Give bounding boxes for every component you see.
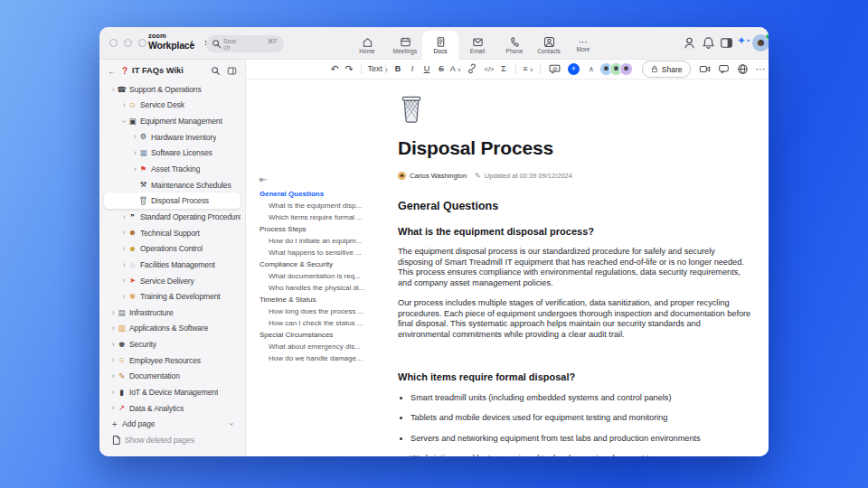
chevron-right-icon[interactable]: ›: [131, 165, 138, 174]
toc-section-title[interactable]: Process Steps: [259, 223, 368, 235]
profile-icon[interactable]: [683, 36, 696, 50]
toc-item[interactable]: How long does the process ...: [259, 305, 368, 317]
text-style-dropdown[interactable]: Text∨: [368, 65, 380, 73]
tab-email[interactable]: Email: [459, 31, 495, 61]
tab-home[interactable]: Home: [349, 31, 385, 61]
sidebar-item-disposal-process[interactable]: Disposal Process: [104, 192, 241, 209]
toc-item[interactable]: Who handles the physical di...: [259, 282, 368, 294]
toc-section-title[interactable]: Compliance & Security: [259, 258, 368, 270]
sidebar-item-support-operations[interactable]: ›☎Support & Operations: [104, 81, 241, 98]
chevron-right-icon[interactable]: ›: [109, 341, 117, 349]
chevron-right-icon[interactable]: ›: [109, 389, 117, 397]
doc-content[interactable]: Disposal Process ☻ Carlos Washington ✎ U…: [398, 94, 752, 456]
toc-item[interactable]: What about emergency dis...: [259, 341, 368, 352]
strikethrough-button[interactable]: S: [436, 65, 448, 73]
undo-icon[interactable]: ↶: [329, 64, 341, 74]
close-window-icon[interactable]: [109, 39, 118, 47]
comment-icon[interactable]: @: [549, 63, 561, 75]
toc-section-title[interactable]: Timeline & Status: [259, 294, 368, 305]
sidebar-search-icon[interactable]: [211, 66, 221, 76]
video-icon[interactable]: [699, 63, 711, 75]
chevron-right-icon[interactable]: ›: [109, 309, 117, 317]
sidebar-item-asset-tracking[interactable]: ›⚑Asset Tracking: [104, 161, 241, 177]
sidebar-item-infrastructure[interactable]: ›▤Infrastructure: [104, 305, 241, 321]
toc-section-title[interactable]: General Questions: [259, 188, 368, 200]
collapse-toolbar-icon[interactable]: ∧: [589, 65, 594, 73]
tab-meetings[interactable]: Meetings: [387, 31, 423, 61]
bold-button[interactable]: B: [392, 65, 404, 73]
collaborator-avatar[interactable]: ☻: [619, 62, 633, 76]
sidebar-item-training-development[interactable]: ›✻Training & Development: [104, 288, 241, 305]
link-icon[interactable]: [467, 63, 478, 75]
tab-contacts[interactable]: Contacts: [531, 31, 567, 61]
chevron-right-icon[interactable]: ›: [120, 261, 127, 269]
sidebar-item-documentation[interactable]: ›✎Documentation: [104, 369, 241, 385]
maximize-window-icon[interactable]: [138, 39, 146, 47]
sidebar-item-applications-software[interactable]: ›▥Applications & Software: [104, 321, 241, 337]
add-page-button[interactable]: + Add page ›: [104, 416, 241, 432]
align-dropdown[interactable]: ≡∨: [523, 65, 534, 73]
toc-item[interactable]: How can I check the status ...: [259, 317, 368, 329]
chevron-right-icon[interactable]: ›: [120, 277, 127, 285]
sidebar-panel-icon[interactable]: [227, 66, 237, 76]
chevron-right-icon[interactable]: ›: [109, 324, 117, 333]
chevron-down-icon[interactable]: ›: [228, 423, 237, 426]
chevron-right-icon[interactable]: ›: [120, 229, 127, 237]
sidebar-item-iot-device-management[interactable]: ›▮IoT & Device Management: [104, 384, 241, 400]
chevron-right-icon[interactable]: ›: [131, 133, 138, 141]
back-icon[interactable]: ←: [108, 66, 117, 76]
globe-icon[interactable]: [737, 63, 749, 75]
panel-toggle-icon[interactable]: [720, 36, 733, 50]
toc-item[interactable]: Which items require formal ...: [259, 211, 368, 223]
sidebar-item-employee-resources[interactable]: ›☺Employee Resources: [104, 352, 241, 369]
chevron-right-icon[interactable]: ›: [109, 356, 117, 364]
global-search-input[interactable]: Search ⌘F: [206, 35, 284, 52]
chevron-down-icon[interactable]: ›: [120, 117, 128, 125]
window-controls[interactable]: [109, 39, 146, 47]
tab-phone[interactable]: Phone: [496, 31, 533, 61]
sidebar-item-service-desk[interactable]: ›☺Service Desk: [104, 98, 241, 114]
italic-button[interactable]: I: [407, 65, 419, 73]
sidebar-item-facilities-management[interactable]: ›⌂Facilities Management: [104, 257, 241, 273]
toc-item[interactable]: How do I initiate an equipm...: [259, 235, 368, 247]
sidebar-item-software-licenses[interactable]: ›▦Software Licenses: [104, 145, 241, 162]
back-arrow-icon[interactable]: ‹: [186, 36, 197, 49]
equation-button[interactable]: Σ: [498, 65, 510, 73]
sidebar-item-maintenance-schedules[interactable]: ⚒Maintenance Schedules: [104, 177, 241, 193]
chevron-right-icon[interactable]: ›: [131, 149, 138, 157]
chevron-right-icon[interactable]: ›: [109, 404, 117, 412]
sidebar-item-equipment-management[interactable]: ›▣Equipment Management: [104, 113, 241, 129]
sidebar-item-operations-control[interactable]: ›☻Operations Control: [104, 240, 241, 257]
tab-more[interactable]: ⋯ More: [565, 31, 601, 61]
chat-icon[interactable]: [718, 63, 730, 75]
sidebar-item-standard-operating-procedures[interactable]: ›❞Standard Operating Procedures: [104, 209, 241, 225]
sidebar-item-technical-support[interactable]: ›☻Technical Support: [104, 225, 241, 241]
chevron-right-icon[interactable]: ›: [120, 213, 127, 221]
chevron-right-icon[interactable]: ›: [120, 245, 127, 253]
toc-item[interactable]: What is the equipment disp...: [259, 200, 368, 211]
bell-icon[interactable]: [702, 36, 715, 50]
collapse-toc-icon[interactable]: ⇤: [259, 174, 368, 188]
underline-button[interactable]: U: [421, 65, 433, 73]
code-button[interactable]: </>: [484, 66, 495, 73]
chevron-right-icon[interactable]: ›: [109, 86, 117, 94]
ai-companion-sparkle-icon[interactable]: ✦✦: [737, 34, 750, 48]
ai-insert-button[interactable]: +: [568, 63, 580, 75]
toc-item[interactable]: What documentation is req...: [259, 270, 368, 282]
tab-docs[interactable]: Docs: [422, 31, 458, 61]
toc-section-title[interactable]: Special Circumstances: [259, 329, 368, 341]
text-color-dropdown[interactable]: A∨: [450, 65, 462, 73]
chevron-right-icon[interactable]: ›: [120, 293, 127, 301]
sidebar-item-security[interactable]: ›♚Security: [104, 336, 241, 352]
minimize-window-icon[interactable]: [124, 39, 132, 47]
share-button[interactable]: Share: [642, 61, 691, 78]
show-deleted-pages-button[interactable]: Show deleted pages: [104, 432, 241, 448]
chevron-right-icon[interactable]: ›: [120, 101, 127, 109]
more-options-icon[interactable]: ⋯: [756, 63, 766, 75]
toc-item[interactable]: How do we handle damage...: [259, 352, 368, 364]
sidebar-item-data-analytics[interactable]: ›↗Data & Analytics: [104, 400, 241, 417]
sidebar-item-service-delivery[interactable]: ›➤Service Delivery: [104, 273, 241, 289]
sidebar-item-hardware-inventory[interactable]: ›⚙Hardware Inventory: [104, 129, 241, 145]
toc-item[interactable]: What happens to sensitive ...: [259, 247, 368, 258]
chevron-right-icon[interactable]: ›: [109, 372, 117, 380]
